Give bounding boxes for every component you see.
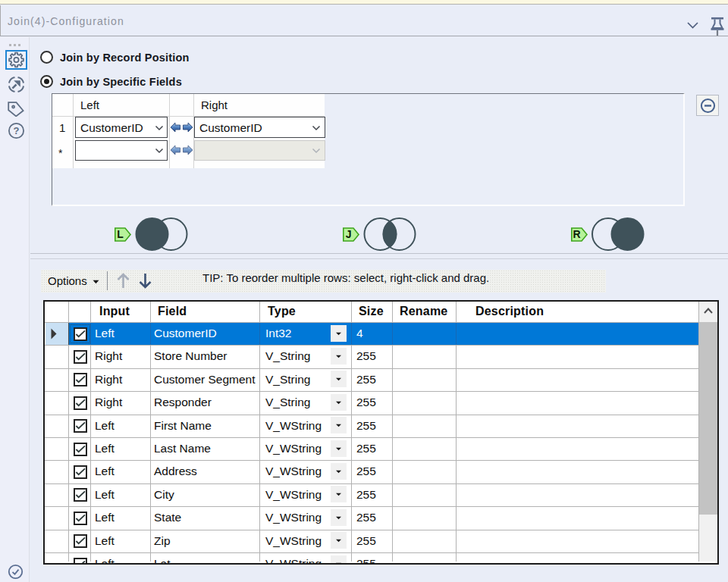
svg-text:J: J: [346, 228, 352, 240]
svg-text:R: R: [573, 228, 581, 240]
svg-text:L: L: [117, 228, 124, 240]
svg-text:?: ?: [14, 125, 20, 136]
